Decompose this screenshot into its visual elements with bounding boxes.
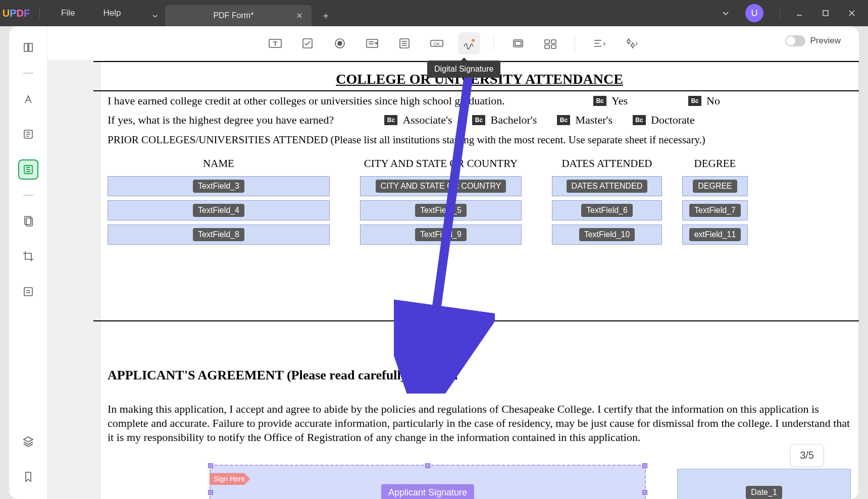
checkbox-doctorate[interactable]: BcDoctorate [633, 114, 695, 127]
th-dates: DATES ATTENDED [552, 157, 662, 172]
form-text-field[interactable]: DATES ATTENDED [552, 176, 662, 196]
date-field[interactable]: Date_1 [677, 469, 851, 499]
tool-button[interactable]: OK [426, 32, 448, 54]
sidebar-comment-icon[interactable] [18, 89, 38, 109]
tool-date-field[interactable] [539, 32, 561, 54]
tool-radio[interactable] [329, 32, 351, 54]
tool-dropdown[interactable] [361, 32, 383, 54]
sidebar-reader-icon[interactable] [18, 37, 38, 58]
form-text-field[interactable]: CITY AND STATE OR COUNTRY [360, 176, 522, 196]
sidebar-layers-icon[interactable] [18, 431, 38, 452]
separator [39, 7, 40, 19]
tab-strip: PDF Form* + [145, 0, 715, 26]
form-text-field[interactable]: TextField_8 [108, 225, 330, 245]
agreement-title: APPLICANT'S AGREEMENT (Please read caref… [108, 337, 851, 392]
tab-title: PDF Form* [172, 11, 294, 20]
form-text-field[interactable]: extField_11 [682, 225, 748, 245]
checkbox-masters[interactable]: BcMaster's [557, 114, 612, 127]
signature-area: Sign Here Applicant Signature Date_1 App… [108, 465, 851, 499]
main-area: OK Preview COLLEGE OR UNIVERSITY ATTENDA… [47, 26, 859, 499]
checkbox-associates[interactable]: BcAssociate's [384, 114, 452, 127]
toolbar-separator [493, 36, 494, 51]
sidebar [9, 26, 47, 499]
toolbar-separator [575, 36, 575, 51]
svg-rect-18 [551, 40, 556, 43]
page-counter[interactable]: 3/5 [790, 444, 824, 467]
signature-field-selected[interactable]: Sign Here Applicant Signature [210, 465, 646, 499]
preview-switch[interactable] [785, 35, 805, 46]
window-minimize-button[interactable] [787, 3, 811, 23]
tool-align[interactable] [588, 32, 610, 54]
preview-toggle: Preview [785, 35, 841, 46]
sidebar-bookmark-icon[interactable] [18, 467, 38, 487]
sidebar-organize-icon[interactable] [18, 211, 38, 231]
svg-rect-20 [551, 45, 556, 48]
svg-rect-5 [24, 288, 32, 296]
form-text-field[interactable]: TextField_6 [552, 200, 662, 220]
tab-close-button[interactable] [294, 11, 304, 21]
titlebar: UPDF File Help PDF Form* + U [0, 0, 868, 26]
menu-help[interactable]: Help [89, 8, 135, 18]
signature-field-label: Applicant Signature [381, 484, 474, 499]
document-viewport[interactable]: COLLEGE OR UNIVERSITY ATTENDANCE I have … [47, 61, 859, 499]
th-degree: DEGREE [682, 157, 748, 172]
question-1: I have earned college credit at other co… [108, 94, 505, 107]
agreement-text: In making this application, I accept and… [108, 392, 851, 455]
checkbox-yes[interactable]: BcYes [593, 94, 628, 107]
user-avatar[interactable]: U [745, 4, 763, 22]
colleges-table: NAME CITY AND STATE OR COUNTRY DATES ATT… [108, 153, 851, 265]
svg-point-22 [631, 44, 634, 47]
window-maximize-button[interactable] [813, 3, 838, 23]
form-text-field[interactable]: TextField_7 [682, 200, 748, 220]
form-text-field[interactable]: TextField_5 [360, 200, 522, 220]
form-text-field[interactable]: TextField_10 [552, 225, 662, 245]
tool-checkbox[interactable] [296, 32, 319, 54]
sidebar-divider [23, 73, 33, 74]
sidebar-form-icon[interactable] [18, 159, 38, 180]
tool-settings[interactable] [621, 32, 643, 54]
sidebar-redact-icon[interactable] [18, 282, 38, 302]
form-toolbar: OK [47, 26, 859, 61]
svg-rect-0 [823, 11, 828, 16]
form-text-field[interactable]: TextField_4 [108, 200, 330, 220]
checkbox-bachelors[interactable]: BcBachelor's [472, 114, 537, 127]
sidebar-edit-icon[interactable] [18, 124, 38, 144]
question-2: If yes, what is the highest degree you h… [108, 114, 334, 127]
workspace: OK Preview COLLEGE OR UNIVERSITY ATTENDA… [9, 26, 859, 499]
svg-rect-16 [515, 41, 521, 45]
svg-point-9 [338, 41, 342, 45]
prior-colleges-note: PRIOR COLLEGES/UNIVERSITIES ATTENDED (Pl… [108, 130, 851, 153]
sidebar-divider [23, 195, 33, 196]
svg-point-21 [627, 40, 630, 43]
tab-list-dropdown[interactable] [145, 6, 165, 26]
tool-digital-signature[interactable] [458, 32, 480, 54]
separator [780, 7, 780, 19]
app-logo: UPDF [0, 8, 32, 19]
checkbox-no[interactable]: BcNo [688, 94, 720, 107]
form-text-field[interactable]: TextField_3 [108, 176, 330, 196]
tooltip-digital-signature: Digital Signature [427, 61, 500, 78]
svg-rect-17 [545, 40, 549, 43]
svg-point-14 [472, 39, 475, 42]
tool-listbox[interactable] [393, 32, 416, 54]
th-city: CITY AND STATE OR COUNTRY [360, 157, 522, 172]
sidebar-crop-icon[interactable] [18, 246, 38, 266]
th-name: NAME [108, 157, 330, 172]
tab-add-button[interactable]: + [316, 6, 336, 26]
svg-rect-19 [545, 45, 549, 48]
pdf-page: COLLEGE OR UNIVERSITY ATTENDANCE I have … [100, 61, 859, 499]
tool-text-field[interactable] [264, 32, 286, 54]
svg-text:OK: OK [433, 41, 440, 46]
tool-image-field[interactable] [507, 32, 529, 54]
dropdown-icon[interactable] [715, 9, 736, 18]
form-text-field[interactable]: DEGREE [682, 176, 748, 196]
tab-active[interactable]: PDF Form* [165, 5, 312, 26]
menu-file[interactable]: File [47, 8, 89, 18]
window-close-button[interactable] [840, 3, 864, 23]
form-text-field[interactable]: TextField_9 [360, 225, 522, 245]
preview-label: Preview [810, 36, 841, 46]
window-controls [787, 3, 868, 23]
sign-here-tab: Sign Here [210, 473, 250, 485]
